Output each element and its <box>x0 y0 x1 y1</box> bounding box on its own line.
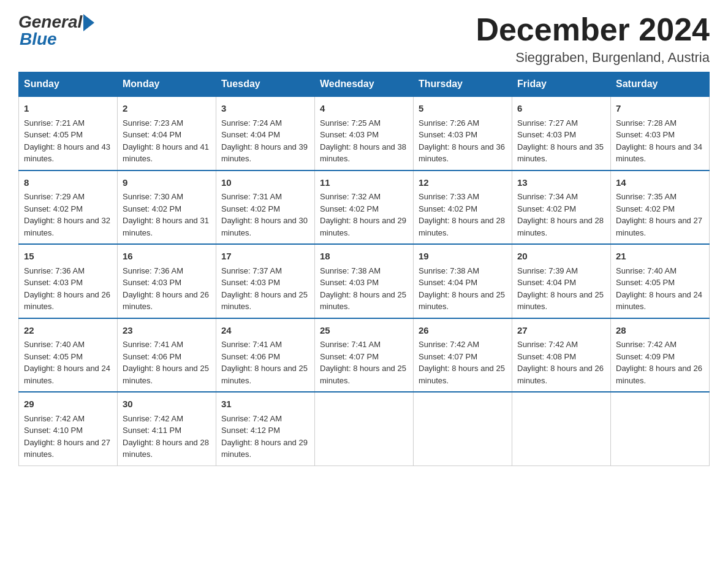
day-number: 18 <box>320 250 408 264</box>
calendar-day-cell <box>315 392 414 465</box>
header-thursday: Thursday <box>414 72 512 97</box>
calendar-day-cell: 6Sunrise: 7:27 AMSunset: 4:03 PMDaylight… <box>512 96 611 170</box>
calendar-day-cell: 17Sunrise: 7:37 AMSunset: 4:03 PMDayligh… <box>216 244 315 318</box>
calendar-day-cell: 19Sunrise: 7:38 AMSunset: 4:04 PMDayligh… <box>414 244 512 318</box>
day-number: 6 <box>517 102 605 116</box>
title-section: December 2024 Sieggraben, Burgenland, Au… <box>476 12 710 66</box>
calendar-day-cell: 15Sunrise: 7:36 AMSunset: 4:03 PMDayligh… <box>19 244 118 318</box>
calendar-day-cell: 26Sunrise: 7:42 AMSunset: 4:07 PMDayligh… <box>414 318 512 393</box>
day-number: 22 <box>24 324 112 338</box>
day-number: 28 <box>616 324 704 338</box>
calendar-day-cell: 28Sunrise: 7:42 AMSunset: 4:09 PMDayligh… <box>611 318 710 393</box>
calendar-day-cell: 4Sunrise: 7:25 AMSunset: 4:03 PMDaylight… <box>315 96 414 170</box>
day-number: 14 <box>616 176 704 190</box>
day-number: 25 <box>320 324 408 338</box>
day-number: 27 <box>517 324 605 338</box>
calendar-day-cell: 24Sunrise: 7:41 AMSunset: 4:06 PMDayligh… <box>216 318 315 393</box>
day-number: 29 <box>24 397 112 412</box>
calendar-day-cell: 20Sunrise: 7:39 AMSunset: 4:04 PMDayligh… <box>512 244 611 318</box>
month-title: December 2024 <box>476 12 710 47</box>
day-number: 24 <box>221 324 309 338</box>
calendar-day-cell: 5Sunrise: 7:26 AMSunset: 4:03 PMDaylight… <box>414 96 512 170</box>
calendar-day-cell: 30Sunrise: 7:42 AMSunset: 4:11 PMDayligh… <box>118 392 216 465</box>
day-number: 20 <box>517 250 605 264</box>
calendar-day-cell: 1Sunrise: 7:21 AMSunset: 4:05 PMDaylight… <box>19 96 118 170</box>
calendar-day-cell: 2Sunrise: 7:23 AMSunset: 4:04 PMDaylight… <box>118 96 216 170</box>
page-header: General Blue December 2024 Sieggraben, B… <box>18 12 710 66</box>
calendar-week-row: 29Sunrise: 7:42 AMSunset: 4:10 PMDayligh… <box>19 392 710 465</box>
calendar-day-cell: 14Sunrise: 7:35 AMSunset: 4:02 PMDayligh… <box>611 170 710 245</box>
header-saturday: Saturday <box>611 72 710 97</box>
logo-arrow-icon <box>83 14 94 31</box>
day-number: 10 <box>221 176 309 190</box>
calendar-day-cell: 16Sunrise: 7:36 AMSunset: 4:03 PMDayligh… <box>118 244 216 318</box>
calendar-day-cell: 11Sunrise: 7:32 AMSunset: 4:02 PMDayligh… <box>315 170 414 245</box>
day-number: 19 <box>419 250 507 264</box>
calendar-day-cell: 23Sunrise: 7:41 AMSunset: 4:06 PMDayligh… <box>118 318 216 393</box>
calendar-day-cell: 9Sunrise: 7:30 AMSunset: 4:02 PMDaylight… <box>118 170 216 245</box>
header-friday: Friday <box>512 72 611 97</box>
location-text: Sieggraben, Burgenland, Austria <box>476 50 710 66</box>
calendar-day-cell: 25Sunrise: 7:41 AMSunset: 4:07 PMDayligh… <box>315 318 414 393</box>
day-number: 4 <box>320 102 408 116</box>
calendar-day-cell: 3Sunrise: 7:24 AMSunset: 4:04 PMDaylight… <box>216 96 315 170</box>
day-number: 11 <box>320 176 408 190</box>
day-number: 26 <box>419 324 507 338</box>
calendar-day-cell: 31Sunrise: 7:42 AMSunset: 4:12 PMDayligh… <box>216 392 315 465</box>
calendar-day-cell: 29Sunrise: 7:42 AMSunset: 4:10 PMDayligh… <box>19 392 118 465</box>
calendar-day-cell <box>611 392 710 465</box>
day-number: 16 <box>123 250 211 264</box>
calendar-day-cell: 7Sunrise: 7:28 AMSunset: 4:03 PMDaylight… <box>611 96 710 170</box>
day-number: 12 <box>419 176 507 190</box>
calendar-day-cell: 10Sunrise: 7:31 AMSunset: 4:02 PMDayligh… <box>216 170 315 245</box>
calendar-day-cell: 8Sunrise: 7:29 AMSunset: 4:02 PMDaylight… <box>19 170 118 245</box>
day-number: 3 <box>221 102 309 116</box>
logo: General Blue <box>18 12 94 49</box>
header-tuesday: Tuesday <box>216 72 315 97</box>
calendar-day-cell: 27Sunrise: 7:42 AMSunset: 4:08 PMDayligh… <box>512 318 611 393</box>
day-number: 21 <box>616 250 704 264</box>
calendar-week-row: 15Sunrise: 7:36 AMSunset: 4:03 PMDayligh… <box>19 244 710 318</box>
calendar-week-row: 1Sunrise: 7:21 AMSunset: 4:05 PMDaylight… <box>19 96 710 170</box>
day-number: 2 <box>123 102 211 116</box>
day-number: 17 <box>221 250 309 264</box>
day-number: 15 <box>24 250 112 264</box>
logo-blue-text: Blue <box>18 29 57 49</box>
calendar-day-cell: 18Sunrise: 7:38 AMSunset: 4:03 PMDayligh… <box>315 244 414 318</box>
calendar-body: 1Sunrise: 7:21 AMSunset: 4:05 PMDaylight… <box>19 96 710 465</box>
calendar-day-cell: 22Sunrise: 7:40 AMSunset: 4:05 PMDayligh… <box>19 318 118 393</box>
day-number: 31 <box>221 397 309 412</box>
day-number: 7 <box>616 102 704 116</box>
header-sunday: Sunday <box>19 72 118 97</box>
day-number: 5 <box>419 102 507 116</box>
day-number: 23 <box>123 324 211 338</box>
calendar-week-row: 8Sunrise: 7:29 AMSunset: 4:02 PMDaylight… <box>19 170 710 245</box>
calendar-day-cell <box>414 392 512 465</box>
header-monday: Monday <box>118 72 216 97</box>
calendar-day-cell: 21Sunrise: 7:40 AMSunset: 4:05 PMDayligh… <box>611 244 710 318</box>
calendar-header: SundayMondayTuesdayWednesdayThursdayFrid… <box>19 72 710 97</box>
day-number: 30 <box>123 397 211 412</box>
calendar-day-cell: 12Sunrise: 7:33 AMSunset: 4:02 PMDayligh… <box>414 170 512 245</box>
calendar-day-cell: 13Sunrise: 7:34 AMSunset: 4:02 PMDayligh… <box>512 170 611 245</box>
day-number: 1 <box>24 102 112 116</box>
day-number: 9 <box>123 176 211 190</box>
day-number: 13 <box>517 176 605 190</box>
day-number: 8 <box>24 176 112 190</box>
calendar-week-row: 22Sunrise: 7:40 AMSunset: 4:05 PMDayligh… <box>19 318 710 393</box>
header-row: SundayMondayTuesdayWednesdayThursdayFrid… <box>19 72 710 97</box>
calendar-table: SundayMondayTuesdayWednesdayThursdayFrid… <box>18 72 710 466</box>
calendar-day-cell <box>512 392 611 465</box>
header-wednesday: Wednesday <box>315 72 414 97</box>
